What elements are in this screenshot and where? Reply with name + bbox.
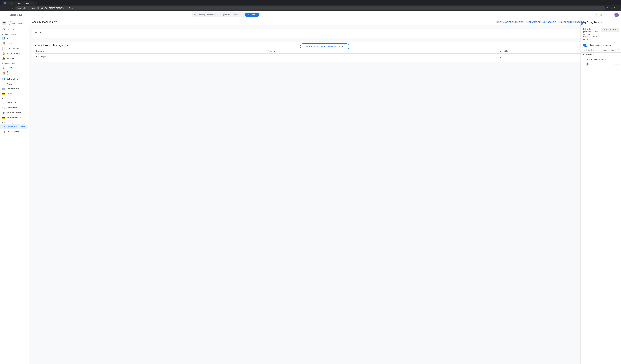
documents-icon: 📄: [2, 101, 5, 104]
project-name-cell: C4C Project: [36, 56, 265, 58]
url-bar[interactable]: console.cloud.google.com/billing/01A784-…: [15, 6, 605, 10]
info-panel-title: My Billing Account: [583, 21, 602, 24]
sidebar-item-finops-hub[interactable]: 💡 FinOps hub: [0, 65, 28, 70]
billing-account-label[interactable]: My Billing Account ▾: [8, 23, 23, 25]
actions-help-icon[interactable]: ?: [505, 50, 508, 52]
sidebar-item-payment-method[interactable]: 💳 Payment method: [0, 115, 28, 120]
sidebar-item-label: Cost estimation: [7, 88, 19, 90]
sidebar-item-cost-estimation[interactable]: 🔢 Cost estimation: [0, 86, 28, 91]
reload-btn[interactable]: ↻: [11, 6, 14, 10]
tab-title: My Billing Account – Accoun...: [7, 2, 30, 4]
change-org-btn[interactable]: 🏢 CHANGE ORGANIZATION: [496, 21, 524, 23]
sidebar-item-cost-table[interactable]: 📋 Cost table: [0, 41, 28, 46]
sidebar-item-label: Reports: [7, 37, 13, 39]
filter-help-icon[interactable]: ?: [618, 49, 619, 51]
sidebar-item-label: Payment method: [7, 117, 21, 119]
sidebar-item-account-management[interactable]: ⚙ Account management: [0, 124, 28, 129]
notification-icon[interactable]: 🔔: [599, 13, 604, 17]
rename-icon: ✏: [526, 21, 528, 23]
search-input[interactable]: [198, 14, 244, 16]
sidebar-item-cud-analysis[interactable]: 📊 CUD analysis: [0, 76, 28, 81]
sidebar-item-label: Account management: [7, 126, 25, 128]
content-area: Account management 🏢 CHANGE ORGANIZATION…: [29, 19, 621, 364]
info-panel-description: Edit or delete permissions below, or sel…: [583, 28, 599, 41]
role-group-header[interactable]: ▼ Billing Account Administrator (1): [581, 57, 621, 62]
sidebar-item-documents[interactable]: 📄 Documents: [0, 100, 28, 105]
filter-input[interactable]: [591, 49, 617, 51]
cast-icon[interactable]: ⊡: [607, 7, 608, 9]
overview-icon: ⊞: [2, 28, 5, 31]
sidebar-item-budgets-alerts[interactable]: 🔔 Budgets & alerts: [0, 51, 28, 56]
sidebar-item-label: Budgets & alerts: [7, 52, 20, 54]
release-notes-icon: 📋: [2, 130, 5, 133]
search-button[interactable]: 🔍 Search: [245, 13, 259, 16]
show-inherited-toggle[interactable]: [583, 44, 588, 47]
page-header: Account management 🏢 CHANGE ORGANIZATION…: [29, 19, 621, 25]
help-icon[interactable]: ?: [605, 13, 608, 17]
app-container: ☰ Google Cloud 🔍 🔍 Search ⬡ 🔔 ? ⋮ 💳: [0, 11, 621, 364]
edit-principal-btn[interactable]: ✏: [617, 63, 619, 65]
search-btn-label: Search: [251, 14, 257, 16]
forward-btn[interactable]: →: [6, 6, 10, 10]
bookmark-icon[interactable]: ☆: [610, 7, 612, 9]
cost-opt-section-label: Cost optimization: [0, 61, 29, 65]
cloud-shell-icon[interactable]: ⬡: [593, 13, 598, 17]
billing-mgmt-section-label: Billing management: [0, 120, 29, 124]
credits-icon: 💳: [2, 93, 5, 95]
sidebar-item-billing-export[interactable]: 📤 Billing export: [0, 56, 28, 61]
sidebar: 💳 Billing My Billing Account ▾ ⊞ Overvie…: [0, 19, 29, 364]
sidebar-item-release-notes[interactable]: 📋 Release Notes: [0, 129, 28, 134]
active-tab[interactable]: My Billing Account – Accoun... ×: [2, 1, 35, 5]
sidebar-item-label: Pricing: [7, 83, 12, 85]
menu-btn[interactable]: ⋮: [617, 7, 619, 9]
sidebar-item-label: Credits: [7, 93, 13, 95]
col-header-project-name: Project name: [36, 50, 265, 52]
sort-icon[interactable]: ↑: [618, 54, 619, 56]
project-actions-menu[interactable]: ⋮: [499, 55, 502, 58]
sidebar-item-label: Billing export: [7, 57, 17, 59]
sidebar-item-reports[interactable]: 📊 Reports: [0, 36, 28, 41]
billing-account-id-section: Billing account ID: [32, 29, 618, 38]
billing-icon: 💳: [2, 21, 6, 25]
sidebar-item-cost-breakdown[interactable]: 📈 Cost breakdown: [0, 46, 28, 51]
more-options-icon[interactable]: ⋮: [609, 13, 613, 17]
sidebar-item-overview[interactable]: ⊞ Overview: [0, 27, 28, 32]
sidebar-header: 💳 Billing My Billing Account ▾: [0, 19, 29, 27]
browser-chrome: My Billing Account – Accoun... × + ← → ↻…: [0, 0, 621, 11]
back-btn[interactable]: ←: [2, 6, 5, 10]
filter-row: ▼ Filter ?: [581, 48, 621, 52]
sidebar-item-label: CUD analysis: [7, 78, 18, 80]
sidebar-icon[interactable]: ⬒: [613, 7, 616, 9]
tab-close-btn[interactable]: ×: [31, 2, 32, 4]
add-principal-btn[interactable]: + ADD PRINCIPAL: [601, 28, 619, 32]
finops-icon: 💡: [2, 66, 5, 69]
budgets-icon: 🔔: [2, 52, 5, 55]
check-role-message[interactable]: Check your account has the necessary rol…: [300, 44, 349, 49]
sidebar-item-committed-use[interactable]: 📋 Committed use discounts...: [0, 70, 28, 76]
sidebar-item-transactions[interactable]: 🕐 Transactions: [0, 105, 28, 110]
delete-principal-btn[interactable]: 🗑: [614, 63, 616, 65]
info-panel-header: My Billing Account: [581, 19, 621, 26]
sidebar-item-pricing[interactable]: 🏷 Pricing: [0, 81, 28, 86]
committed-use-icon: 📋: [2, 72, 5, 75]
search-bar[interactable]: 🔍 🔍 Search: [192, 12, 261, 17]
rename-billing-btn[interactable]: ✏ RENAME BILLING ACCOUNT: [526, 21, 556, 23]
cost-table-icon: 📋: [2, 42, 5, 45]
hamburger-menu[interactable]: ☰: [2, 12, 7, 18]
filter-label: Filter: [586, 49, 590, 51]
toggle-row: Show inherited permissions: [581, 43, 621, 48]
billing-title: Billing: [8, 21, 23, 23]
billing-account-id-label: Billing account ID: [34, 31, 615, 33]
search-icon: 🔍: [194, 14, 197, 16]
collapse-btn[interactable]: ‹: [0, 136, 28, 140]
billing-export-icon: 📤: [2, 57, 5, 60]
reports-icon: 📊: [2, 37, 5, 40]
change-org-label: CHANGE ORGANIZATION: [500, 21, 524, 23]
role-group-name: Billing Account Administrator (1): [586, 58, 619, 60]
user-avatar[interactable]: [614, 13, 619, 17]
col-header-project-id: Project ID: [268, 50, 496, 52]
new-tab-btn[interactable]: +: [35, 1, 38, 5]
role-group: ▼ Billing Account Administrator (1) 👤 🗑 …: [581, 57, 621, 67]
sidebar-item-payment-settings[interactable]: 👤 Payment settings: [0, 110, 28, 115]
sidebar-item-credits[interactable]: 💳 Credits: [0, 91, 28, 96]
